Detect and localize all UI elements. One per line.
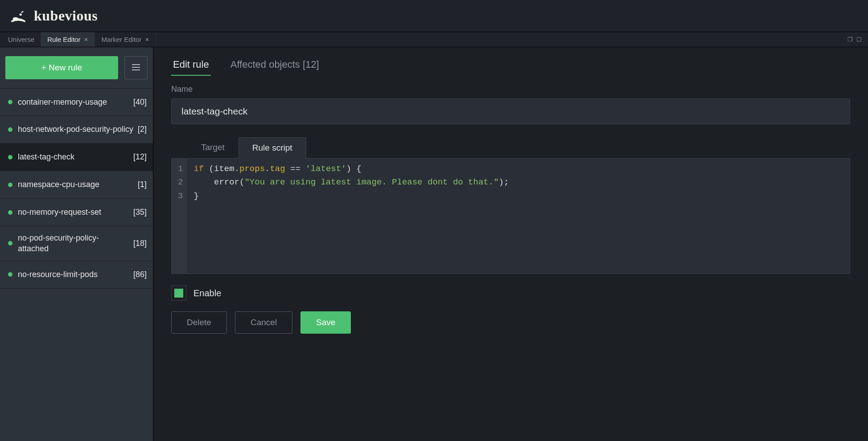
save-button[interactable]: Save: [300, 311, 351, 334]
delete-button[interactable]: Delete: [171, 311, 227, 334]
rule-name: host-network-pod-security-policy: [18, 124, 134, 135]
tab-marker-editor[interactable]: Marker Editor ✕: [95, 32, 156, 47]
rule-name-input[interactable]: [171, 98, 850, 124]
rule-count: [2]: [138, 125, 147, 134]
rule-editor-panel: Edit rule Affected objects [12] Name Tar…: [153, 47, 868, 441]
status-dot-icon: [8, 127, 12, 132]
rule-count: [18]: [133, 239, 147, 248]
app-header: kubevious: [0, 0, 868, 32]
status-dot-icon: [8, 100, 12, 104]
tab-label: Universe: [8, 36, 34, 43]
tab-rule-editor[interactable]: Rule Editor ✕: [41, 32, 95, 47]
tab-affected-objects[interactable]: Affected objects [12]: [229, 55, 321, 76]
status-dot-icon: [8, 241, 12, 245]
rule-name: container-memory-usage: [18, 97, 130, 107]
name-label: Name: [171, 85, 850, 94]
status-dot-icon: [8, 183, 12, 187]
tab-edit-rule[interactable]: Edit rule: [171, 55, 211, 76]
code-tab-rule-script[interactable]: Rule script: [239, 137, 306, 159]
hamburger-icon: [132, 62, 140, 74]
status-dot-icon: [8, 272, 12, 277]
check-indicator: [174, 289, 183, 298]
tab-universe[interactable]: Universe: [2, 32, 41, 47]
rule-item[interactable]: host-network-pod-security-policy[2]: [0, 116, 153, 143]
rule-count: [1]: [138, 180, 147, 189]
rule-item[interactable]: no-resource-limit-pods[86]: [0, 261, 153, 289]
code-editor[interactable]: 1 2 3 if (item.props.tag == 'latest') { …: [171, 158, 850, 274]
svg-rect-0: [13, 17, 18, 20]
code-tab-target[interactable]: Target: [187, 137, 239, 158]
new-rule-button[interactable]: + New rule: [5, 56, 118, 79]
rule-name: no-pod-security-policy-attached: [18, 233, 130, 254]
rule-item[interactable]: no-memory-request-set[35]: [0, 199, 153, 226]
svg-rect-2: [21, 11, 24, 13]
rule-name: no-resource-limit-pods: [18, 269, 130, 280]
svg-point-1: [20, 13, 22, 15]
rule-sidebar: + New rule container-memory-usage[40]hos…: [0, 47, 153, 441]
status-dot-icon: [8, 155, 12, 159]
code-gutter: 1 2 3: [172, 159, 187, 274]
rule-name: no-memory-request-set: [18, 207, 130, 217]
cancel-button[interactable]: Cancel: [235, 311, 292, 334]
rule-item[interactable]: container-memory-usage[40]: [0, 88, 153, 116]
app-title: kubevious: [34, 8, 98, 24]
maximize-window-icon[interactable]: ☐: [856, 36, 862, 43]
logo-icon: [9, 7, 28, 25]
rule-item[interactable]: latest-tag-check[12]: [0, 143, 153, 171]
rule-item[interactable]: no-pod-security-policy-attached[18]: [0, 226, 153, 261]
rule-count: [12]: [133, 152, 147, 162]
sidebar-menu-button[interactable]: [124, 56, 148, 79]
rule-item[interactable]: namespace-cpu-usage[1]: [0, 171, 153, 199]
rule-list: container-memory-usage[40]host-network-p…: [0, 88, 153, 441]
enable-checkbox[interactable]: [171, 286, 186, 301]
rule-name: namespace-cpu-usage: [18, 179, 134, 190]
status-dot-icon: [8, 210, 12, 215]
close-icon[interactable]: ✕: [84, 37, 88, 43]
rule-name: latest-tag-check: [18, 151, 130, 162]
code-content[interactable]: if (item.props.tag == 'latest') { error(…: [187, 159, 515, 274]
close-icon[interactable]: ✕: [145, 37, 149, 43]
rule-count: [35]: [133, 208, 147, 217]
enable-label: Enable: [193, 288, 221, 298]
tab-label: Rule Editor: [47, 36, 80, 43]
window-tabbar: Universe Rule Editor ✕ Marker Editor ✕ ❐…: [0, 32, 868, 47]
tab-label: Marker Editor: [101, 36, 141, 43]
restore-window-icon[interactable]: ❐: [847, 36, 853, 43]
rule-count: [40]: [133, 98, 147, 107]
rule-count: [86]: [133, 270, 147, 279]
